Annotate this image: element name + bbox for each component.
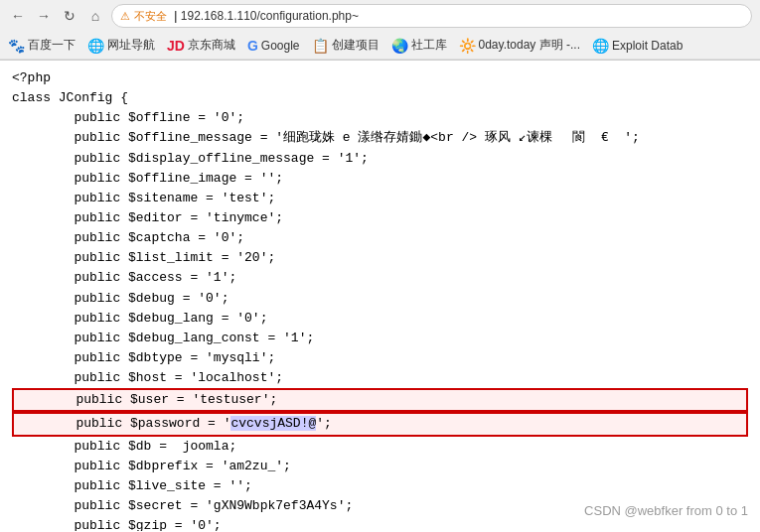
code-line-6: public $sitename = 'test'; <box>12 189 748 208</box>
refresh-button[interactable]: ↻ <box>60 6 79 26</box>
bookmark-google-label: Google <box>261 39 300 53</box>
code-line-19: public $dbprefix = 'am2zu_'; <box>12 457 748 476</box>
bookmark-exploit[interactable]: 🌐 Exploit Datab <box>592 38 683 54</box>
forward-button[interactable]: → <box>34 6 54 26</box>
bookmark-tools-label: 社工库 <box>411 37 447 54</box>
address-bar[interactable]: ⚠ 不安全 | 192.168.1.110/configuration.php~ <box>111 4 752 28</box>
bookmark-baidu[interactable]: 🐾 百度一下 <box>8 37 76 54</box>
browser-chrome: ← → ↻ ⌂ ⚠ 不安全 | 192.168.1.110/configurat… <box>0 0 760 61</box>
bookmark-jd[interactable]: JD 京东商城 <box>167 37 235 54</box>
code-line-10: public $access = '1'; <box>12 268 748 288</box>
code-line-20: public $live_site = ''; <box>12 476 748 496</box>
code-line-16-highlighted: public $user = 'testuser'; <box>12 388 748 412</box>
code-line-12: public $debug_lang = '0'; <box>12 309 748 329</box>
bookmark-project[interactable]: 📋 创建项目 <box>312 37 380 54</box>
code-line-17-highlighted: public $password = 'cvcvsjASD!@'; <box>12 412 748 436</box>
bookmark-0day-label: 0day.today 声明 -... <box>479 37 581 54</box>
code-line-9: public $list_limit = '20'; <box>12 248 748 268</box>
code-line-0: <?php <box>12 68 748 88</box>
bookmark-exploit-label: Exploit Datab <box>612 39 683 53</box>
home-button[interactable]: ⌂ <box>85 6 105 26</box>
password-highlight: cvcvsjASD!@ <box>230 416 316 431</box>
watermark: CSDN @webfker from 0 to 1 <box>584 501 748 521</box>
address-url: 192.168.1.110/configuration.php~ <box>181 9 359 23</box>
bookmark-tools[interactable]: 🌏 社工库 <box>391 37 447 54</box>
baidu-icon: 🐾 <box>8 38 25 54</box>
code-line-18: public $db = joomla; <box>12 437 748 457</box>
nav-icon: 🌐 <box>87 38 104 54</box>
code-line-14: public $dbtype = 'mysqli'; <box>12 348 748 368</box>
bookmark-nav-label: 网址导航 <box>107 37 155 54</box>
code-line-7: public $editor = 'tinymce'; <box>12 208 748 228</box>
code-line-3: public $offline_message = '细跑珑姝 e 漾绺存婧鋤◆… <box>12 128 748 148</box>
code-line-8: public $captcha = '0'; <box>12 228 748 248</box>
code-line-13: public $debug_lang_const = '1'; <box>12 329 748 348</box>
bookmark-nav[interactable]: 🌐 网址导航 <box>87 37 155 54</box>
bookmark-google[interactable]: G Google <box>247 38 300 54</box>
back-button[interactable]: ← <box>8 6 28 26</box>
code-area: <?php class JConfig { public $offline = … <box>0 61 760 531</box>
tools-icon: 🌏 <box>391 38 408 54</box>
lock-icon: ⚠ <box>120 10 130 23</box>
project-icon: 📋 <box>312 38 329 54</box>
insecure-label: 不安全 <box>134 9 167 24</box>
0day-icon: 🔆 <box>459 38 476 54</box>
exploit-icon: 🌐 <box>592 38 609 54</box>
code-line-2: public $offline = '0'; <box>12 108 748 128</box>
bookmarks-bar: 🐾 百度一下 🌐 网址导航 JD 京东商城 G Google 📋 创建项目 🌏 … <box>0 32 760 60</box>
bookmark-project-label: 创建项目 <box>332 37 380 54</box>
code-line-5: public $offline_image = ''; <box>12 169 748 189</box>
bookmark-jd-label: 京东商城 <box>188 37 235 54</box>
code-line-1: class JConfig { <box>12 88 748 108</box>
bookmark-baidu-label: 百度一下 <box>28 37 76 54</box>
code-line-11: public $debug = '0'; <box>12 289 748 309</box>
bookmark-0day[interactable]: 🔆 0day.today 声明 -... <box>459 37 581 54</box>
code-line-4: public $display_offline_message = '1'; <box>12 149 748 169</box>
nav-bar: ← → ↻ ⌂ ⚠ 不安全 | 192.168.1.110/configurat… <box>0 0 760 32</box>
jd-icon: JD <box>167 38 185 54</box>
google-icon: G <box>247 38 258 54</box>
code-line-15: public $host = 'localhost'; <box>12 368 748 388</box>
